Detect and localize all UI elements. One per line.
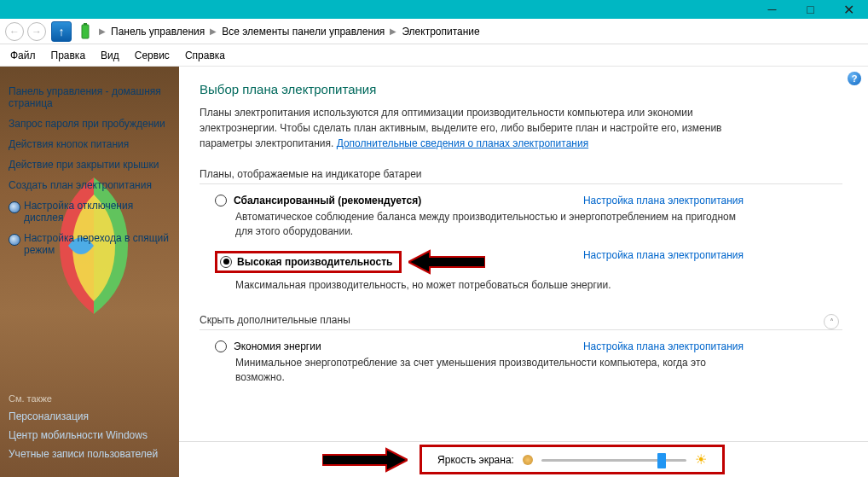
sidebar-lid-action-link[interactable]: Действие при закрытии крышки (9, 159, 171, 171)
sun-dim-icon (523, 455, 533, 465)
maximize-button[interactable]: □ (791, 0, 830, 19)
breadcrumb: ▶ Панель управления ▶ Все элементы панел… (99, 26, 863, 38)
close-button[interactable]: ✕ (830, 0, 868, 19)
sidebar-accounts-link[interactable]: Учетные записи пользователей (9, 448, 171, 460)
back-button[interactable]: ← (5, 22, 24, 41)
battery-icon (78, 22, 92, 41)
annotation-arrow-right-icon (322, 447, 408, 473)
radio-balanced[interactable] (215, 195, 227, 207)
plan-eco-settings-link[interactable]: Настройка плана электропитания (583, 340, 744, 352)
plan-high-name: Высокая производительность (237, 256, 392, 268)
svg-marker-2 (408, 251, 485, 273)
chevron-right-icon: ▶ (390, 26, 396, 36)
up-button[interactable]: ↑ (51, 21, 72, 42)
annotation-arrow-left-icon (408, 249, 485, 275)
section-battery-plans: Планы, отображаемые на индикаторе батаре… (200, 168, 842, 184)
section-hide-label: Скрыть дополнительные планы (200, 314, 350, 326)
plan-power-saver: Экономия энергии Настройка плана электро… (215, 340, 744, 385)
sidebar-sleep-link[interactable]: Настройка перехода в спящий режим (9, 232, 171, 256)
annotation-highlight-brightness: Яркость экрана: ☀ (420, 445, 725, 474)
page-title: Выбор плана электропитания (200, 82, 842, 96)
menu-service[interactable]: Сервис (135, 49, 170, 61)
plan-high-settings-link[interactable]: Настройка плана электропитания (583, 249, 744, 261)
breadcrumb-item[interactable]: Панель управления (111, 26, 205, 38)
plan-balanced-settings-link[interactable]: Настройка плана электропитания (583, 195, 744, 207)
section-hide-additional[interactable]: Скрыть дополнительные планы ˄ (200, 314, 842, 330)
intro-text: Планы электропитания используются для оп… (200, 105, 728, 151)
plan-high-performance: Высокая производительность Настройка пла… (215, 249, 744, 293)
sidebar: Панель управления - домашняя страница За… (0, 67, 179, 477)
plan-balanced: Сбалансированный (рекомендуется) Настрой… (215, 195, 744, 239)
minimize-button[interactable]: ─ (753, 0, 791, 19)
sidebar-display-off-link[interactable]: Настройка отключения дисплея (9, 200, 171, 224)
sun-bright-icon: ☀ (695, 451, 707, 468)
navigation-bar: ← → ↑ ▶ Панель управления ▶ Все элементы… (0, 19, 868, 44)
chevron-up-icon[interactable]: ˄ (824, 314, 839, 329)
brightness-slider[interactable] (541, 454, 686, 466)
sidebar-power-buttons-link[interactable]: Действия кнопок питания (9, 138, 171, 150)
intro-more-link[interactable]: Дополнительные сведения о планах электро… (337, 137, 588, 149)
sidebar-mobility-link[interactable]: Центр мобильности Windows (9, 429, 171, 441)
plan-balanced-name: Сбалансированный (рекомендуется) (234, 195, 421, 207)
menu-bar: Файл Правка Вид Сервис Справка (0, 44, 868, 67)
chevron-right-icon: ▶ (210, 26, 217, 36)
svg-rect-0 (82, 25, 89, 38)
plan-high-desc: Максимальная производительность, но може… (235, 278, 744, 293)
chevron-right-icon: ▶ (99, 26, 106, 36)
menu-view[interactable]: Вид (101, 49, 119, 61)
plan-eco-name: Экономия энергии (234, 340, 321, 352)
main-content: ? Выбор плана электропитания Планы элект… (179, 67, 868, 477)
window-titlebar: ─ □ ✕ (0, 0, 868, 19)
menu-help[interactable]: Справка (185, 49, 225, 61)
sidebar-see-also-heading: См. также (9, 393, 171, 404)
breadcrumb-item[interactable]: Все элементы панели управления (222, 26, 385, 38)
help-icon[interactable]: ? (848, 72, 861, 85)
plan-balanced-desc: Автоматическое соблюдение баланса между … (235, 210, 744, 239)
sidebar-wake-password-link[interactable]: Запрос пароля при пробуждении (9, 118, 171, 130)
radio-high-performance[interactable] (220, 256, 232, 268)
svg-rect-1 (84, 23, 87, 25)
sidebar-create-plan-link[interactable]: Создать план электропитания (9, 179, 171, 191)
sidebar-home-link[interactable]: Панель управления - домашняя страница (9, 85, 171, 109)
plan-eco-desc: Минимальное энергопотребление за счет ум… (235, 356, 744, 385)
footer-brightness-bar: Яркость экрана: ☀ (179, 441, 868, 477)
breadcrumb-item[interactable]: Электропитание (402, 26, 479, 38)
menu-file[interactable]: Файл (10, 49, 36, 61)
brightness-label: Яркость экрана: (437, 454, 514, 466)
radio-power-saver[interactable] (215, 340, 227, 352)
sidebar-personalization-link[interactable]: Персонализация (9, 410, 171, 422)
forward-button[interactable]: → (27, 22, 46, 41)
annotation-highlight-box: Высокая производительность (215, 251, 402, 273)
menu-edit[interactable]: Правка (51, 49, 86, 61)
svg-marker-3 (322, 449, 408, 471)
